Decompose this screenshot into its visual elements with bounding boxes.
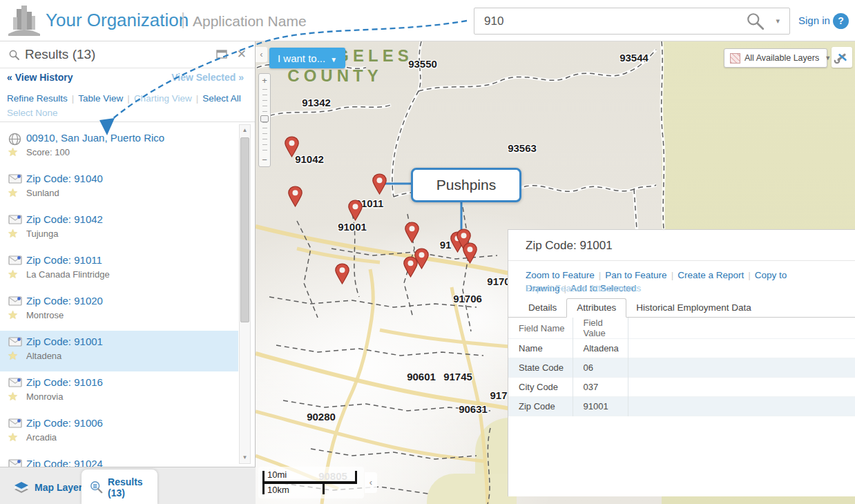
pushpin-icon bbox=[347, 200, 363, 221]
pushpin-icon bbox=[462, 242, 478, 264]
zip-icon bbox=[8, 377, 23, 388]
view-history-link[interactable]: « View History bbox=[7, 72, 73, 83]
i-want-to-label: I want to... bbox=[278, 52, 325, 64]
map-zip-label: 91745 bbox=[443, 371, 472, 382]
feature-tab-attributes[interactable]: Attributes bbox=[566, 298, 626, 318]
toolbar-link[interactable]: Zoom to Feature bbox=[526, 270, 595, 280]
layers-dropdown[interactable]: All Available Layers ▼ bbox=[724, 48, 827, 68]
tools-button[interactable] bbox=[832, 47, 852, 68]
search-icon[interactable] bbox=[745, 12, 766, 31]
sign-in-link[interactable]: Sign in bbox=[798, 14, 830, 26]
result-subtitle: Montrose bbox=[26, 310, 64, 320]
field-value-cell: Altadena bbox=[573, 339, 628, 358]
result-title[interactable]: Zip Code: 91016 bbox=[26, 376, 103, 388]
result-title[interactable]: Zip Code: 91006 bbox=[26, 417, 103, 429]
col-header-spacer bbox=[628, 318, 855, 339]
close-panel-icon[interactable]: ✕ bbox=[237, 47, 247, 61]
toolbar-link[interactable]: Pan to Feature bbox=[605, 270, 666, 280]
scroll-up-icon[interactable]: ▲ bbox=[240, 125, 250, 136]
result-title[interactable]: Zip Code: 91024 bbox=[26, 458, 103, 467]
zip-icon bbox=[8, 295, 23, 307]
tools-icon bbox=[834, 49, 850, 66]
toolbar-link[interactable]: Create a Report bbox=[678, 270, 744, 280]
pushpin-icon bbox=[372, 173, 387, 195]
field-name-cell: Name bbox=[508, 339, 573, 358]
result-title[interactable]: 00910, San Juan, Puerto Rico bbox=[26, 132, 164, 144]
table-header-row: Field Name Field Value bbox=[508, 318, 855, 339]
result-title[interactable]: Zip Code: 91020 bbox=[26, 295, 103, 307]
scale-bar-line bbox=[262, 481, 357, 484]
scroll-down-icon[interactable]: ▼ bbox=[240, 452, 250, 463]
minimize-panel-icon[interactable] bbox=[216, 50, 227, 59]
feature-tabs: DetailsAttributesHistorical Employment D… bbox=[508, 299, 855, 318]
star-icon: ★ bbox=[8, 145, 18, 159]
results-toolbar: Refine Results|Table View|Charting View|… bbox=[7, 92, 249, 119]
map-pushpin[interactable] bbox=[403, 256, 419, 278]
toolbar-link[interactable]: Refine Results bbox=[7, 93, 68, 104]
star-icon: ★ bbox=[8, 308, 18, 322]
zip-icon bbox=[8, 214, 23, 225]
panel-collapse-chevron-icon[interactable]: ‹ bbox=[256, 47, 267, 62]
star-icon: ★ bbox=[8, 430, 18, 445]
toolbar-link[interactable]: Table View bbox=[78, 93, 123, 104]
result-title[interactable]: Zip Code: 91040 bbox=[26, 173, 103, 184]
org-name: Your Organization bbox=[46, 10, 189, 31]
result-list-item[interactable]: ★ Zip Code: 91042 Tujunga bbox=[0, 209, 238, 249]
feature-tab-details[interactable]: Details bbox=[519, 299, 566, 317]
result-list-item[interactable]: ★ 00910, San Juan, Puerto Rico Score: 10… bbox=[0, 127, 238, 168]
result-title[interactable]: Zip Code: 91042 bbox=[26, 213, 103, 225]
zoom-slider-handle[interactable] bbox=[260, 115, 269, 122]
tab-results[interactable]: Results (13) bbox=[81, 469, 157, 504]
feature-tab-historical-employment-data[interactable]: Historical Employment Data bbox=[626, 299, 761, 317]
result-list-item[interactable]: ★ Zip Code: 91040 Sunland bbox=[0, 168, 238, 209]
i-want-to-caret-icon: ▼ bbox=[330, 56, 337, 64]
map-pushpin[interactable] bbox=[287, 186, 303, 207]
map-zip-label: 93550 bbox=[408, 58, 437, 70]
table-row: City Code037 bbox=[508, 378, 855, 397]
map-pushpin[interactable] bbox=[404, 222, 420, 243]
globe-icon bbox=[8, 133, 21, 146]
app-name: Application Name bbox=[193, 13, 307, 30]
toolbar-link[interactable]: Charting View bbox=[134, 93, 192, 104]
map-pushpin[interactable] bbox=[372, 173, 387, 195]
search-input[interactable] bbox=[474, 8, 744, 34]
map-pushpin[interactable] bbox=[334, 263, 350, 284]
table-row: NameAltadena bbox=[508, 339, 855, 358]
zoom-out-icon[interactable]: − bbox=[259, 155, 270, 165]
zoom-in-icon[interactable]: + bbox=[259, 75, 270, 86]
spacer-cell bbox=[628, 397, 855, 416]
toolbar-link[interactable]: Select None bbox=[7, 108, 58, 118]
bottom-collapse-chevron-icon[interactable]: ‹ bbox=[365, 472, 377, 493]
panel-tab-bar: Map Layers Results (13) bbox=[0, 467, 256, 504]
help-icon[interactable]: ? bbox=[833, 13, 849, 29]
county-label-line2: COUNTY bbox=[287, 66, 382, 86]
map-zip-label: 90601 bbox=[407, 371, 436, 382]
tab-map-layers-label: Map Layers bbox=[35, 482, 88, 493]
result-list-item[interactable]: ★ Zip Code: 91016 Monrovia bbox=[0, 371, 238, 412]
tab-results-label: Results (13) bbox=[108, 476, 157, 498]
map-pushpin[interactable] bbox=[347, 200, 363, 221]
result-title[interactable]: Zip Code: 91011 bbox=[26, 254, 102, 266]
view-selected-link[interactable]: View Selected » bbox=[171, 72, 244, 83]
zoom-slider[interactable]: + − bbox=[258, 73, 271, 167]
result-list-item[interactable]: ★ Zip Code: 91024 bbox=[0, 453, 238, 467]
layers-dropdown-caret-icon: ▼ bbox=[825, 55, 831, 61]
map-pushpin[interactable] bbox=[284, 136, 300, 157]
pushpin-icon bbox=[287, 186, 303, 207]
result-title[interactable]: Zip Code: 91001 bbox=[26, 336, 103, 347]
result-list-item[interactable]: ★ Zip Code: 91011 La Canada Flintridge bbox=[0, 249, 238, 290]
map-zip-label: 90280 bbox=[307, 411, 336, 423]
results-scrollbar[interactable]: ▲ ▼ bbox=[239, 124, 251, 464]
export-attachments-link[interactable]: Export Feature Attachments bbox=[526, 283, 641, 293]
result-list-item[interactable]: ★ Zip Code: 91001 Altadena bbox=[0, 331, 238, 371]
scrollbar-thumb[interactable] bbox=[240, 137, 249, 322]
result-list-item[interactable]: ★ Zip Code: 91006 Arcadia bbox=[0, 412, 238, 453]
search-options-caret-icon[interactable]: ▾ bbox=[776, 17, 780, 26]
toolbar-link[interactable]: Select All bbox=[202, 93, 241, 104]
map-pushpin[interactable] bbox=[462, 242, 478, 264]
zip-icon bbox=[8, 336, 23, 347]
table-row: State Code06 bbox=[508, 358, 855, 378]
result-list-item[interactable]: ★ Zip Code: 91020 Montrose bbox=[0, 290, 238, 331]
i-want-to-button[interactable]: I want to...▼ bbox=[269, 48, 345, 68]
zip-icon bbox=[8, 255, 23, 266]
